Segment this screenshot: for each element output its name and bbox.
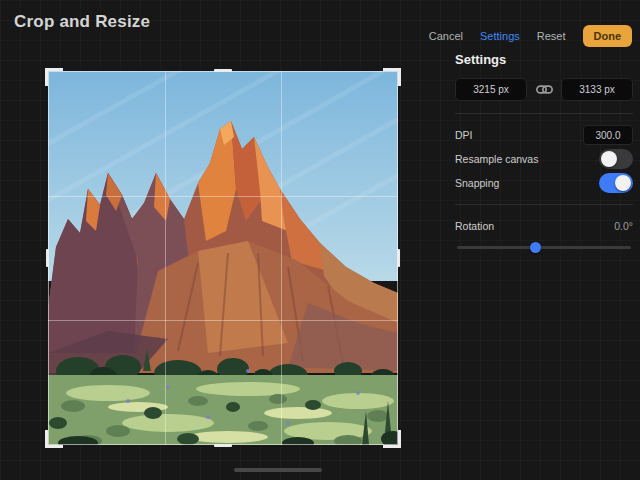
dpi-label: DPI xyxy=(455,129,473,141)
home-indicator[interactable] xyxy=(234,468,322,472)
dpi-value-field[interactable]: 300.0 xyxy=(583,125,633,145)
crop-handle-top[interactable] xyxy=(214,69,232,72)
width-field[interactable]: 3215 px xyxy=(455,78,527,101)
rotation-label: Rotation xyxy=(455,220,494,232)
snapping-label: Snapping xyxy=(455,177,499,189)
grid-line-horizontal-2 xyxy=(48,320,398,321)
crop-handle-bottom-right[interactable] xyxy=(383,430,401,448)
grid-line-horizontal-1 xyxy=(48,196,398,197)
divider xyxy=(455,204,633,205)
cancel-button[interactable]: Cancel xyxy=(429,30,463,42)
crop-handle-left[interactable] xyxy=(46,249,49,267)
crop-handle-bottom[interactable] xyxy=(214,444,232,447)
crop-handle-top-right[interactable] xyxy=(383,68,401,86)
settings-heading: Settings xyxy=(455,52,633,67)
page-title: Crop and Resize xyxy=(14,12,150,32)
rotation-value: 0.0° xyxy=(614,220,633,232)
crop-overlay xyxy=(48,71,398,445)
aspect-link-button[interactable] xyxy=(532,84,556,95)
crop-border xyxy=(48,71,398,445)
snapping-row: Snapping xyxy=(455,171,633,195)
rotation-row: Rotation 0.0° xyxy=(455,214,633,238)
crop-handle-top-left[interactable] xyxy=(45,68,63,86)
toggle-knob xyxy=(615,175,631,191)
crop-handle-bottom-left[interactable] xyxy=(45,430,63,448)
resample-row: Resample canvas xyxy=(455,147,633,171)
snapping-toggle[interactable] xyxy=(599,173,633,193)
grid-line-vertical-2 xyxy=(281,71,282,445)
slider-track[interactable] xyxy=(457,246,631,249)
settings-button[interactable]: Settings xyxy=(480,30,520,42)
dpi-row: DPI 300.0 xyxy=(455,123,633,147)
reset-button[interactable]: Reset xyxy=(537,30,566,42)
link-icon xyxy=(536,84,553,95)
height-field[interactable]: 3133 px xyxy=(561,78,633,101)
divider xyxy=(455,113,633,114)
toolbar: Cancel Settings Reset Done xyxy=(429,25,632,47)
resample-toggle[interactable] xyxy=(599,149,633,169)
crop-handle-right[interactable] xyxy=(397,249,400,267)
done-button[interactable]: Done xyxy=(583,25,633,47)
resample-label: Resample canvas xyxy=(455,153,538,165)
slider-thumb[interactable] xyxy=(530,242,541,253)
canvas-area[interactable] xyxy=(48,71,398,445)
dimensions-row: 3215 px 3133 px xyxy=(455,78,633,101)
grid-line-vertical-1 xyxy=(165,71,166,445)
settings-panel: Settings 3215 px 3133 px DPI 300.0 Resam… xyxy=(455,52,633,254)
rotation-slider[interactable] xyxy=(455,240,633,254)
toggle-knob xyxy=(601,151,617,167)
